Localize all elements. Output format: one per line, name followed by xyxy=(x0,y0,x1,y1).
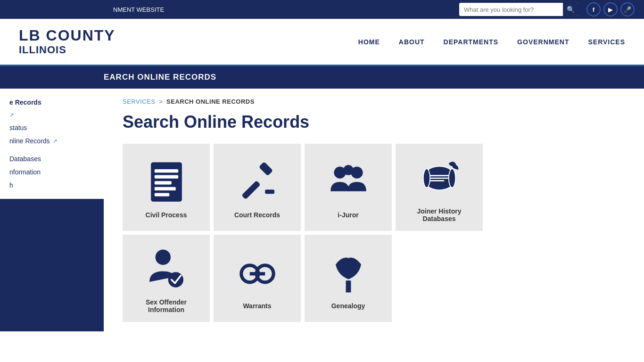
warrants-icon xyxy=(234,249,281,296)
history-databases-icon xyxy=(416,155,463,202)
court-records-icon xyxy=(234,158,281,206)
card-history-databases[interactable]: Joiner History Databases xyxy=(396,144,483,231)
sidebar-item-label: h xyxy=(9,181,13,189)
gov-label: NMENT WEBSITE xyxy=(113,6,164,13)
card-sex-offender-label: Sex Offender Information xyxy=(127,298,205,313)
svg-rect-6 xyxy=(154,193,169,196)
svg-rect-2 xyxy=(154,169,178,173)
card-court-records-label: Court Records xyxy=(234,211,280,219)
main-nav: HOME ABOUT DEPARTMENTS GOVERNMENT SERVIC… xyxy=(358,38,625,46)
sidebar-item-status[interactable]: status xyxy=(0,121,104,134)
logo-area: LB COUNTY ILLINOIS xyxy=(19,27,116,56)
i-juror-icon xyxy=(325,158,372,206)
svg-rect-9 xyxy=(265,189,274,194)
breadcrumb-parent[interactable]: SERVICES xyxy=(123,98,156,105)
svg-rect-7 xyxy=(258,162,273,176)
search-bar[interactable]: 🔍 xyxy=(459,3,578,16)
sidebar-item-records[interactable]: e Records xyxy=(0,96,104,109)
facebook-icon[interactable]: f xyxy=(586,2,601,16)
card-warrants[interactable]: Warrants xyxy=(214,235,301,322)
sidebar-inner: e Records ➚ status nline Records ➚ Datab… xyxy=(0,89,104,199)
svg-point-19 xyxy=(423,169,429,188)
page-heading: Search Online Records xyxy=(123,112,625,132)
search-input[interactable] xyxy=(459,6,563,13)
service-grid-row1: Civil Process Court Records xyxy=(123,144,625,231)
youtube-icon[interactable]: ▶ xyxy=(603,2,618,16)
service-grid-row2: Sex Offender Information Warrants xyxy=(123,235,625,322)
external-link-icon-2: ➚ xyxy=(53,138,58,144)
sidebar-item-label: e Records xyxy=(9,99,41,106)
card-warrants-label: Warrants xyxy=(243,302,271,310)
card-civil-process-label: Civil Process xyxy=(146,211,187,219)
card-genealogy[interactable]: Genealogy xyxy=(305,235,392,322)
sidebar-item-label: nline Records xyxy=(9,137,50,145)
genealogy-icon xyxy=(325,249,372,296)
external-link-icon: ➚ xyxy=(9,112,14,118)
svg-rect-8 xyxy=(241,181,261,200)
civil-process-icon xyxy=(143,158,190,206)
svg-rect-5 xyxy=(154,187,175,190)
sidebar-item-databases[interactable]: Databases xyxy=(0,152,104,165)
breadcrumb: SERVICES > SEARCH ONLINE RECORDS xyxy=(123,98,625,105)
svg-rect-3 xyxy=(154,175,178,179)
page-title: EARCH ONLINE RECORDS xyxy=(104,73,216,82)
card-sex-offender[interactable]: Sex Offender Information xyxy=(123,235,210,322)
sex-offender-icon xyxy=(143,246,190,293)
breadcrumb-separator: > xyxy=(159,98,163,105)
sidebar-spacer xyxy=(0,148,104,152)
card-history-databases-label: Joiner History Databases xyxy=(400,207,478,222)
page-title-bar: EARCH ONLINE RECORDS xyxy=(0,66,644,89)
social-icons: f ▶ 🎤 xyxy=(586,2,635,16)
microphone-icon[interactable]: 🎤 xyxy=(620,2,635,16)
svg-rect-26 xyxy=(346,280,351,292)
nav-home[interactable]: HOME xyxy=(358,38,380,46)
nav-services[interactable]: SERVICES xyxy=(588,38,625,46)
top-bar: NMENT WEBSITE 🔍 f ▶ 🎤 xyxy=(0,0,644,19)
nav-about[interactable]: ABOUT xyxy=(399,38,425,46)
card-i-juror[interactable]: i-Juror xyxy=(305,144,392,231)
sidebar: e Records ➚ status nline Records ➚ Datab… xyxy=(0,89,104,331)
svg-rect-4 xyxy=(154,181,171,184)
svg-point-20 xyxy=(448,169,455,188)
sidebar-item-label: nformation xyxy=(9,168,41,176)
nav-departments[interactable]: DEPARTMENTS xyxy=(444,38,499,46)
sidebar-item-label: status xyxy=(9,124,27,132)
svg-point-21 xyxy=(155,250,170,265)
logo-line1: LB COUNTY xyxy=(19,27,116,44)
card-civil-process[interactable]: Civil Process xyxy=(123,144,210,231)
card-genealogy-label: Genealogy xyxy=(331,302,365,310)
breadcrumb-current: SEARCH ONLINE RECORDS xyxy=(166,98,255,105)
logo-line2: ILLINOIS xyxy=(19,44,116,56)
card-i-juror-label: i-Juror xyxy=(338,211,358,219)
sidebar-item-ext[interactable]: ➚ xyxy=(0,109,104,121)
svg-point-12 xyxy=(343,165,354,175)
svg-point-22 xyxy=(168,272,183,287)
sidebar-item-search[interactable]: h xyxy=(0,179,104,192)
content-area: SERVICES > SEARCH ONLINE RECORDS Search … xyxy=(104,89,644,331)
svg-rect-25 xyxy=(249,272,264,275)
card-court-records[interactable]: Court Records xyxy=(214,144,301,231)
search-button[interactable]: 🔍 xyxy=(563,3,578,16)
nav-government[interactable]: GOVERNMENT xyxy=(517,38,569,46)
header: LB COUNTY ILLINOIS HOME ABOUT DEPARTMENT… xyxy=(0,19,644,66)
sidebar-item-label: Databases xyxy=(9,155,41,163)
main-layout: e Records ➚ status nline Records ➚ Datab… xyxy=(0,89,644,331)
sidebar-item-online-records[interactable]: nline Records ➚ xyxy=(0,134,104,148)
sidebar-item-information[interactable]: nformation xyxy=(0,165,104,179)
